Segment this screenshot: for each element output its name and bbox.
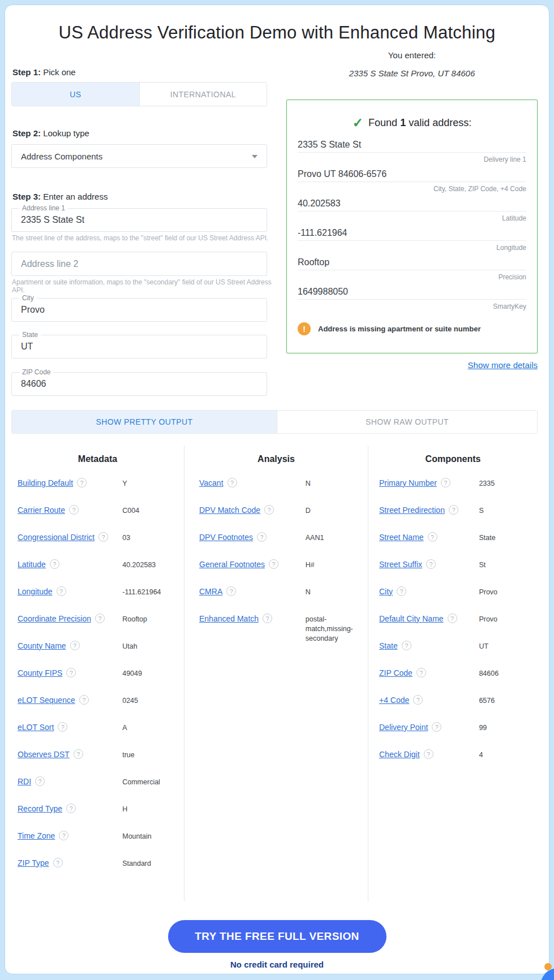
field-value: H# (306, 559, 368, 570)
help-icon[interactable]: ? (226, 586, 236, 596)
step3-text: Enter an address (41, 192, 108, 201)
help-icon[interactable]: ? (257, 532, 267, 542)
table-row: eLOT Sequence? 0245 (18, 695, 184, 722)
help-icon[interactable]: ? (264, 505, 274, 515)
help-icon[interactable]: ? (448, 614, 457, 623)
zip-input[interactable] (12, 373, 267, 395)
field-label-link[interactable]: Carrier Route (18, 506, 65, 515)
field-label-link[interactable]: Observes DST (18, 750, 70, 759)
field-label-link[interactable]: Time Zone (18, 831, 55, 840)
field-label-link[interactable]: DPV Footnotes (199, 533, 253, 542)
help-icon[interactable]: ? (227, 478, 237, 487)
field-label-link[interactable]: Check Digit (379, 750, 420, 759)
help-icon[interactable]: ? (74, 749, 83, 759)
help-icon[interactable]: ? (397, 586, 406, 596)
show-more-details-link[interactable]: Show more details (468, 360, 538, 370)
entered-address: 2335 S State St Provo, UT 84606 (275, 68, 549, 78)
help-icon[interactable]: ? (95, 614, 105, 623)
table-row: Congressional District? 03 (18, 532, 184, 559)
address-line1-input[interactable] (12, 209, 267, 231)
field-label-link[interactable]: +4 Code (379, 696, 409, 705)
field-label-link[interactable]: General Footnotes (199, 560, 265, 569)
field-label-link[interactable]: ZIP Type (18, 858, 49, 867)
city-input[interactable] (12, 299, 267, 321)
help-icon[interactable]: ? (66, 804, 76, 813)
field-label-link[interactable]: Coordinate Precision (18, 614, 91, 623)
help-icon[interactable]: ? (263, 614, 272, 623)
field-label-link[interactable]: Default City Name (379, 614, 444, 623)
field-label-link[interactable]: DPV Match Code (199, 506, 260, 515)
help-icon[interactable]: ? (441, 478, 450, 487)
field-label-link[interactable]: Delivery Point (379, 723, 428, 732)
help-icon[interactable]: ? (70, 641, 80, 650)
field-value: 0245 (122, 695, 184, 706)
field-label-link[interactable]: Street Predirection (379, 506, 445, 515)
field-label-link[interactable]: Street Name (379, 533, 424, 542)
help-icon[interactable]: ? (57, 586, 66, 596)
help-icon[interactable]: ? (424, 749, 433, 759)
help-icon[interactable]: ? (269, 559, 278, 569)
help-icon[interactable]: ? (98, 532, 108, 542)
field-value: Rooftop (122, 614, 184, 624)
field-label-link[interactable]: Latitude (18, 560, 46, 569)
field-label-link[interactable]: Primary Number (379, 478, 437, 487)
step1-text: Pick one (41, 67, 76, 77)
field-label-link[interactable]: eLOT Sort (18, 723, 54, 732)
field-label-link[interactable]: Vacant (199, 478, 224, 487)
help-icon[interactable]: ? (58, 722, 67, 732)
help-icon[interactable]: ? (77, 478, 87, 487)
table-row: City? Provo (379, 586, 538, 614)
state-field: State (11, 335, 267, 359)
table-row: ZIP Code? 84606 (379, 668, 538, 695)
tab-show-pretty-output[interactable]: SHOW PRETTY OUTPUT (12, 411, 277, 433)
field-value: AAN1 (306, 532, 368, 543)
help-icon[interactable]: ? (50, 559, 59, 569)
field-value: -111.621964 (122, 586, 184, 597)
help-icon[interactable]: ? (416, 668, 426, 677)
country-tab-group: US INTERNATIONAL (11, 82, 267, 106)
help-icon[interactable]: ? (66, 668, 76, 677)
field-value: Mountain (122, 831, 184, 841)
help-icon[interactable]: ? (402, 641, 411, 650)
field-label-link[interactable]: Longitude (18, 587, 53, 596)
city-field: City (11, 298, 267, 322)
field-label-link[interactable]: Street Suffix (379, 560, 422, 569)
field-value: C004 (122, 505, 184, 516)
field-label-link[interactable]: State (379, 641, 398, 650)
table-row: Building Default? Y (18, 478, 184, 505)
result-value: 40.202583 (298, 196, 526, 211)
state-input[interactable] (12, 335, 267, 358)
help-icon[interactable]: ? (432, 722, 441, 732)
field-label-link[interactable]: Congressional District (18, 533, 95, 542)
tab-show-raw-output[interactable]: SHOW RAW OUTPUT (277, 411, 537, 433)
field-label-link[interactable]: City (379, 587, 393, 596)
tab-us[interactable]: US (12, 83, 139, 106)
help-icon[interactable]: ? (59, 831, 68, 840)
field-label-link[interactable]: RDI (18, 777, 31, 786)
help-icon[interactable]: ? (53, 858, 63, 867)
field-label-link[interactable]: County FIPS (18, 668, 62, 677)
try-free-full-version-button[interactable]: TRY THE FREE FULL VERSION (168, 920, 386, 953)
tab-international[interactable]: INTERNATIONAL (139, 83, 267, 106)
help-icon[interactable]: ? (428, 532, 437, 542)
show-more-wrap: Show more details (286, 360, 538, 370)
help-icon[interactable]: ? (69, 505, 79, 515)
help-icon[interactable]: ? (35, 776, 45, 786)
result-label: Delivery line 1 (298, 153, 526, 166)
field-value: S (479, 505, 538, 516)
help-icon[interactable]: ? (449, 505, 458, 515)
field-label-link[interactable]: County Name (18, 641, 66, 650)
help-icon[interactable]: ? (413, 695, 423, 705)
field-label-link[interactable]: eLOT Sequence (18, 696, 75, 705)
step2-label: Step 2: Lookup type (12, 128, 89, 138)
field-label-link[interactable]: CMRA (199, 587, 222, 596)
result-label: SmartyKey (298, 300, 526, 313)
help-icon[interactable]: ? (426, 559, 436, 569)
address-line2-input[interactable] (12, 252, 267, 275)
help-icon[interactable]: ? (79, 695, 89, 705)
lookup-type-select[interactable]: Address Components (11, 144, 267, 168)
field-label-link[interactable]: ZIP Code (379, 668, 413, 677)
field-label-link[interactable]: Building Default (18, 478, 73, 487)
field-label-link[interactable]: Record Type (18, 804, 62, 813)
field-label-link[interactable]: Enhanced Match (199, 614, 259, 623)
